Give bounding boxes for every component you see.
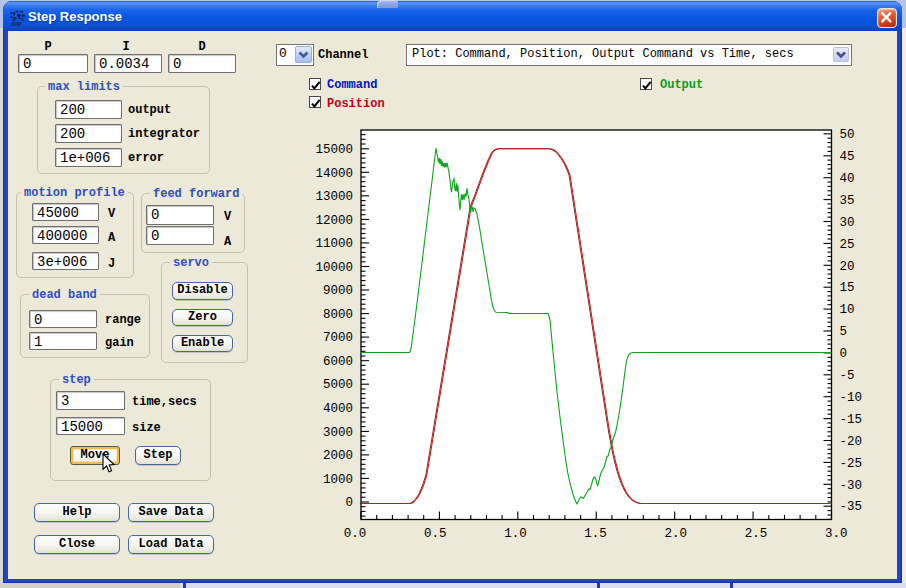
svg-text:2000: 2000: [323, 449, 353, 463]
svg-text:15: 15: [840, 281, 855, 295]
svg-text:25: 25: [840, 238, 855, 252]
svg-text:1000: 1000: [323, 473, 353, 487]
svg-text:-35: -35: [840, 500, 863, 514]
svg-text:7000: 7000: [323, 331, 353, 345]
svg-text:10000: 10000: [315, 261, 353, 275]
svg-text:-25: -25: [840, 457, 863, 471]
svg-text:-15: -15: [840, 413, 863, 427]
svg-text:8000: 8000: [323, 308, 353, 322]
svg-text:14000: 14000: [315, 167, 353, 181]
svg-text:5000: 5000: [323, 378, 353, 392]
svg-text:10: 10: [840, 303, 855, 317]
svg-text:35: 35: [840, 194, 855, 208]
svg-text:0.0: 0.0: [344, 527, 367, 541]
svg-text:-5: -5: [840, 369, 855, 383]
svg-text:-30: -30: [840, 479, 863, 493]
svg-text:5: 5: [840, 325, 848, 339]
svg-text:13000: 13000: [315, 190, 353, 204]
svg-text:30: 30: [840, 216, 855, 230]
svg-text:12000: 12000: [315, 214, 353, 228]
svg-text:15000: 15000: [315, 143, 353, 157]
svg-text:0: 0: [840, 347, 848, 361]
svg-text:11000: 11000: [315, 237, 353, 251]
svg-text:20: 20: [840, 260, 855, 274]
svg-text:0: 0: [345, 496, 353, 510]
svg-text:9000: 9000: [323, 284, 353, 298]
svg-text:2.5: 2.5: [745, 527, 768, 541]
svg-text:0.5: 0.5: [424, 527, 447, 541]
svg-text:4000: 4000: [323, 402, 353, 416]
svg-text:50: 50: [840, 128, 855, 142]
svg-text:6000: 6000: [323, 355, 353, 369]
svg-text:45: 45: [840, 150, 855, 164]
svg-text:40: 40: [840, 172, 855, 186]
svg-text:2.0: 2.0: [665, 527, 688, 541]
svg-text:3000: 3000: [323, 426, 353, 440]
svg-text:-20: -20: [840, 435, 863, 449]
svg-text:-10: -10: [840, 391, 863, 405]
svg-text:1.5: 1.5: [584, 527, 607, 541]
svg-text:3.0: 3.0: [825, 527, 848, 541]
svg-text:1.0: 1.0: [504, 527, 527, 541]
